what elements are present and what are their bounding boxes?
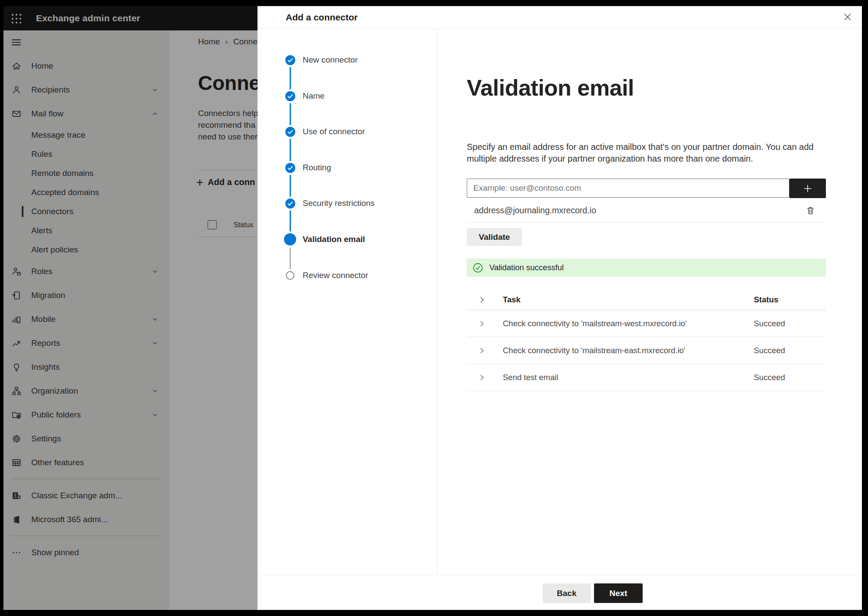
step-use-of-connector[interactable]: Use of connector <box>303 127 365 136</box>
address-list-divider <box>467 222 826 223</box>
step-review-connector-icon <box>286 271 294 280</box>
step-connector-line <box>290 67 291 89</box>
task-cell: Check connectivity to 'mailstream-west.m… <box>503 319 686 328</box>
step-validation-email-icon <box>284 233 296 245</box>
added-address-text: address@journaling.mxrecord.io <box>474 205 596 215</box>
add-address-button[interactable] <box>789 179 826 198</box>
back-button[interactable]: Back <box>543 583 591 603</box>
expand-row-chevron-icon[interactable] <box>478 374 486 381</box>
dialog-header-divider <box>257 28 862 29</box>
column-header-task: Task <box>503 295 521 305</box>
step-review-connector[interactable]: Review connector <box>303 271 368 280</box>
validation-success-banner: Validation successful <box>467 258 826 277</box>
step-connector-line <box>290 103 291 125</box>
table-row: Check connectivity to 'mailstream-west.m… <box>467 310 826 337</box>
step-heading: Validation email <box>467 75 634 101</box>
step-name[interactable]: Name <box>303 91 325 101</box>
trash-icon <box>806 206 815 215</box>
status-cell: Succeed <box>754 346 785 355</box>
success-check-icon <box>473 263 483 273</box>
step-connector-line <box>290 248 291 269</box>
next-button[interactable]: Next <box>594 583 643 603</box>
plus-icon <box>803 184 812 193</box>
email-address-input[interactable] <box>467 179 789 198</box>
close-icon <box>843 12 852 22</box>
wizard-divider <box>437 29 437 575</box>
step-routing[interactable]: Routing <box>303 163 331 172</box>
added-address-row: address@journaling.mxrecord.io <box>467 198 826 222</box>
table-row: Send test email Succeed <box>467 364 826 391</box>
step-description: Specify an email address for an active m… <box>467 141 829 165</box>
column-header-status: Status <box>754 295 779 305</box>
check-circle-icon <box>285 91 295 101</box>
exchange-admin-app: Exchange admin center Home Recipients Ma… <box>3 6 862 610</box>
check-circle-icon <box>285 163 295 173</box>
add-connector-dialog: Add a connector New connector Name Use o… <box>257 6 862 610</box>
close-button[interactable] <box>838 8 857 26</box>
step-security-restrictions-icon <box>285 199 295 210</box>
step-security-restrictions[interactable]: Security restrictions <box>303 199 375 208</box>
status-cell: Succeed <box>754 373 785 382</box>
validation-results-table: Task Status Check connectivity to 'mails… <box>467 289 826 391</box>
step-connector-line <box>290 175 291 197</box>
step-use-of-connector-icon <box>285 127 295 139</box>
table-row: Check connectivity to 'mailstream-east.m… <box>467 337 826 364</box>
expand-row-chevron-icon[interactable] <box>478 347 486 354</box>
expand-all-chevron-icon[interactable] <box>478 296 486 304</box>
check-circle-icon <box>285 127 295 137</box>
table-header-row: Task Status <box>467 289 826 310</box>
step-connector-line <box>290 210 291 232</box>
step-routing-icon <box>285 163 295 175</box>
task-cell: Check connectivity to 'mailstream-east.m… <box>503 346 685 355</box>
step-new-connector[interactable]: New connector <box>303 55 358 65</box>
expand-row-chevron-icon[interactable] <box>478 320 486 328</box>
step-new-connector-icon <box>285 55 295 67</box>
check-circle-icon <box>285 55 295 65</box>
status-cell: Succeed <box>754 319 785 328</box>
task-cell: Send test email <box>503 373 558 382</box>
step-connector-line <box>290 139 291 161</box>
check-circle-icon <box>285 199 295 209</box>
dialog-title: Add a connector <box>286 6 358 28</box>
success-message: Validation successful <box>489 263 564 272</box>
dialog-footer-divider <box>257 575 862 575</box>
validate-button[interactable]: Validate <box>467 228 522 246</box>
step-validation-email[interactable]: Validation email <box>303 235 365 244</box>
step-name-icon <box>285 91 295 103</box>
table-divider <box>467 391 826 391</box>
delete-address-button[interactable] <box>804 204 817 217</box>
